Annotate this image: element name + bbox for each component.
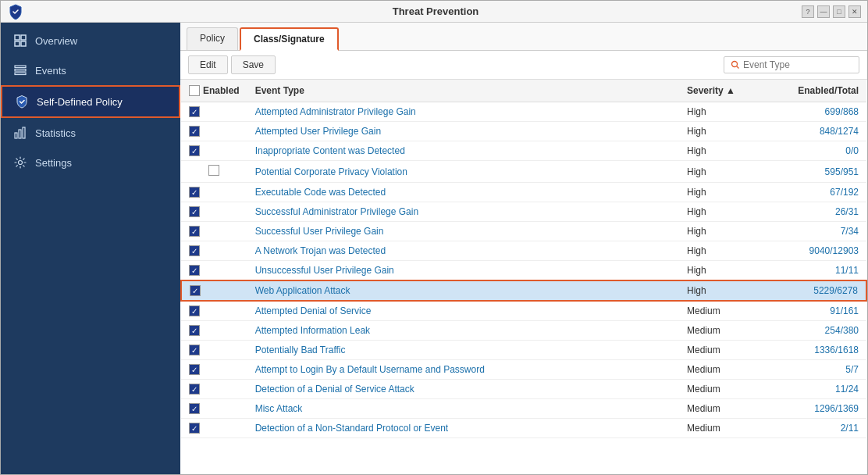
- sidebar-item-statistics[interactable]: Statistics: [1, 118, 180, 148]
- sidebar-item-self-defined-policy[interactable]: Self-Defined Policy: [1, 85, 180, 118]
- table-row[interactable]: Potential Corporate Privacy ViolationHig…: [181, 161, 866, 183]
- event-type-cell[interactable]: Detection of a Non-Standard Protocol or …: [247, 419, 679, 438]
- row-checkbox[interactable]: ✓: [189, 345, 200, 355]
- event-table: Enabled Event Type Severity ▲ Enabled/To…: [180, 80, 867, 438]
- table-row[interactable]: ✓Potentially Bad TrafficMedium1336/1618: [181, 341, 866, 360]
- enabled-total-cell[interactable]: 1336/1618: [773, 341, 866, 360]
- table-row[interactable]: ✓Detection of a Non-Standard Protocol or…: [181, 419, 866, 438]
- sidebar-item-label: Self-Defined Policy: [37, 96, 123, 108]
- window-controls: ? — □ ✕: [802, 5, 861, 18]
- event-type-cell[interactable]: Attempt to Login By a Default Username a…: [247, 360, 679, 380]
- enabled-total-cell[interactable]: 26/31: [773, 202, 866, 222]
- row-checkbox[interactable]: [208, 165, 219, 176]
- enabled-total-cell[interactable]: 7/34: [773, 222, 866, 241]
- edit-button[interactable]: Edit: [188, 55, 228, 74]
- sidebar-item-overview[interactable]: Overview: [1, 26, 180, 55]
- help-button[interactable]: ?: [802, 5, 814, 18]
- table-row[interactable]: ✓Attempted User Privilege GainHigh848/12…: [181, 122, 866, 141]
- event-type-cell[interactable]: Misc Attack: [247, 399, 679, 419]
- enabled-total-cell[interactable]: 91/161: [773, 301, 866, 321]
- event-type-cell[interactable]: A Network Trojan was Detected: [247, 241, 679, 261]
- enabled-total-cell[interactable]: 67/192: [773, 183, 866, 202]
- enabled-total-cell[interactable]: 595/951: [773, 161, 866, 183]
- sidebar-item-events[interactable]: Events: [1, 55, 180, 85]
- event-type-cell[interactable]: Attempted Information Leak: [247, 321, 679, 341]
- table-row[interactable]: ✓Successful User Privilege GainHigh7/34: [181, 222, 866, 241]
- event-type-cell[interactable]: Potentially Bad Traffic: [247, 341, 679, 360]
- svg-rect-5: [15, 70, 26, 72]
- row-checkbox[interactable]: ✓: [189, 206, 200, 217]
- tab-policy[interactable]: Policy: [187, 27, 238, 50]
- event-type-cell[interactable]: Attempted Denial of Service: [247, 301, 679, 321]
- app-window: Threat Prevention ? — □ ✕: [0, 0, 868, 475]
- search-box[interactable]: [724, 56, 859, 73]
- event-type-cell[interactable]: Attempted Administrator Privilege Gain: [247, 102, 679, 122]
- table-header-row: Enabled Event Type Severity ▲ Enabled/To…: [181, 80, 866, 102]
- maximize-button[interactable]: □: [833, 5, 845, 18]
- row-checkbox[interactable]: ✓: [189, 423, 200, 434]
- event-type-cell[interactable]: Detection of a Denial of Service Attack: [247, 380, 679, 399]
- col-header-enabled: Enabled: [181, 80, 247, 102]
- event-type-cell[interactable]: Successful User Privilege Gain: [247, 222, 679, 241]
- table-row[interactable]: ✓Detection of a Denial of Service Attack…: [181, 380, 866, 399]
- search-icon: [731, 60, 740, 70]
- event-type-cell[interactable]: Web Application Attack: [247, 280, 679, 301]
- grid-icon: [13, 34, 27, 48]
- table-row[interactable]: ✓Successful Administrator Privilege Gain…: [181, 202, 866, 222]
- enabled-total-cell[interactable]: 11/11: [773, 261, 866, 281]
- app-logo-icon: [7, 3, 24, 20]
- event-type-cell[interactable]: Successful Administrator Privilege Gain: [247, 202, 679, 222]
- col-header-severity[interactable]: Severity ▲: [679, 80, 773, 102]
- tab-class-signature[interactable]: Class/Signature: [240, 27, 339, 51]
- enabled-total-cell[interactable]: 11/24: [773, 380, 866, 399]
- severity-cell: Medium: [679, 321, 773, 341]
- event-type-cell[interactable]: Inappropriate Content was Detected: [247, 141, 679, 161]
- enabled-total-cell[interactable]: 9040/12903: [773, 241, 866, 261]
- title-bar: Threat Prevention ? — □ ✕: [1, 1, 867, 23]
- table-row[interactable]: ✓Executable Code was DetectedHigh67/192: [181, 183, 866, 202]
- svg-rect-3: [21, 41, 26, 46]
- row-checkbox[interactable]: ✓: [189, 187, 200, 198]
- table-row[interactable]: ✓Attempted Information LeakMedium254/380: [181, 321, 866, 341]
- search-input[interactable]: [743, 59, 852, 70]
- event-type-cell[interactable]: Executable Code was Detected: [247, 183, 679, 202]
- sidebar-item-settings[interactable]: Settings: [1, 148, 180, 177]
- enabled-total-cell[interactable]: 0/0: [773, 141, 866, 161]
- table-row[interactable]: ✓Inappropriate Content was DetectedHigh0…: [181, 141, 866, 161]
- table-row[interactable]: ✓Web Application AttackHigh5229/6278: [181, 280, 866, 301]
- row-checkbox[interactable]: ✓: [189, 245, 200, 256]
- close-button[interactable]: ✕: [848, 5, 861, 18]
- row-checkbox[interactable]: ✓: [190, 285, 201, 296]
- save-button[interactable]: Save: [231, 55, 276, 74]
- row-checkbox[interactable]: ✓: [189, 265, 200, 276]
- event-type-cell[interactable]: Unsuccessful User Privilege Gain: [247, 261, 679, 281]
- table-row[interactable]: ✓Attempted Administrator Privilege GainH…: [181, 102, 866, 122]
- table-body: ✓Attempted Administrator Privilege GainH…: [181, 102, 866, 438]
- row-checkbox[interactable]: ✓: [189, 305, 200, 316]
- enabled-total-cell[interactable]: 848/1274: [773, 122, 866, 141]
- enabled-total-cell[interactable]: 2/11: [773, 419, 866, 438]
- table-row[interactable]: ✓Attempt to Login By a Default Username …: [181, 360, 866, 380]
- event-type-cell[interactable]: Potential Corporate Privacy Violation: [247, 161, 679, 183]
- row-checkbox[interactable]: ✓: [189, 126, 200, 137]
- row-checkbox[interactable]: ✓: [189, 364, 200, 375]
- row-checkbox[interactable]: ✓: [189, 403, 200, 414]
- event-type-cell[interactable]: Attempted User Privilege Gain: [247, 122, 679, 141]
- enabled-total-cell[interactable]: 254/380: [773, 321, 866, 341]
- table-row[interactable]: ✓A Network Trojan was DetectedHigh9040/1…: [181, 241, 866, 261]
- enabled-total-cell[interactable]: 1296/1369: [773, 399, 866, 419]
- row-checkbox[interactable]: ✓: [189, 384, 200, 395]
- row-checkbox[interactable]: ✓: [189, 145, 200, 156]
- enabled-total-cell[interactable]: 699/868: [773, 102, 866, 122]
- enabled-total-cell[interactable]: 5229/6278: [773, 280, 866, 301]
- severity-cell: High: [679, 241, 773, 261]
- row-checkbox[interactable]: ✓: [189, 226, 200, 237]
- row-checkbox[interactable]: ✓: [189, 106, 200, 117]
- row-checkbox[interactable]: ✓: [189, 325, 200, 336]
- table-row[interactable]: ✓Misc AttackMedium1296/1369: [181, 399, 866, 419]
- select-all-checkbox[interactable]: [189, 85, 200, 96]
- table-row[interactable]: ✓Unsuccessful User Privilege GainHigh11/…: [181, 261, 866, 281]
- enabled-total-cell[interactable]: 5/7: [773, 360, 866, 380]
- minimize-button[interactable]: —: [817, 5, 830, 18]
- table-row[interactable]: ✓Attempted Denial of ServiceMedium91/161: [181, 301, 866, 321]
